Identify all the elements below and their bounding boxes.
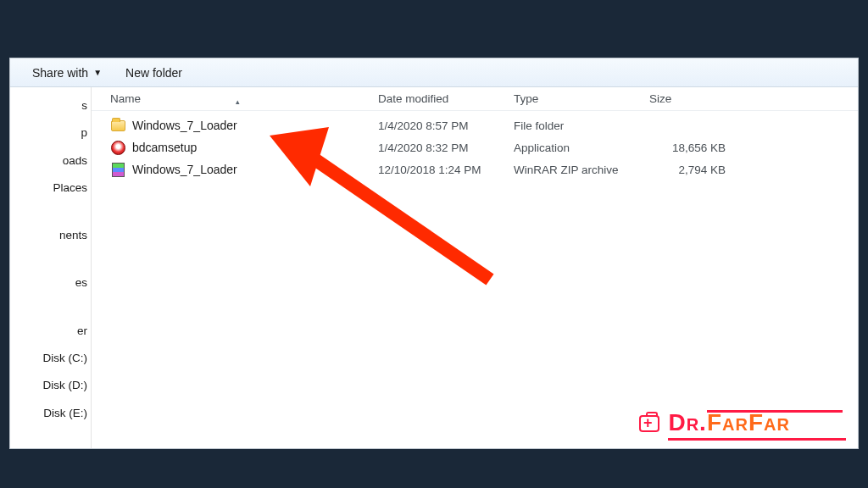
file-name: bdcamsetup: [132, 141, 197, 154]
navigation-pane[interactable]: s p oads Places nents es er Disk (C:) Di…: [10, 87, 92, 448]
file-type: File folder: [514, 119, 649, 132]
toolbar: Share with ▼ New folder: [10, 58, 858, 87]
column-name-label: Name: [110, 92, 141, 105]
file-name: Windows_7_Loader: [132, 119, 237, 132]
column-header-date[interactable]: Date modified: [378, 92, 514, 105]
nav-item[interactable]: nents: [10, 222, 91, 249]
body: s p oads Places nents es er Disk (C:) Di…: [10, 87, 858, 448]
folder-icon: [110, 118, 125, 133]
file-size: 2,794 KB: [649, 164, 751, 176]
explorer-window: Share with ▼ New folder s p oads Places …: [9, 58, 859, 449]
nav-item[interactable]: Disk (E:): [10, 400, 91, 427]
nav-item[interactable]: er: [10, 318, 91, 345]
file-name: Windows_7_Loader: [132, 163, 237, 176]
new-folder-label: New folder: [125, 66, 182, 80]
sort-indicator-icon: ▴: [236, 97, 240, 106]
file-date: 1/4/2020 8:32 PM: [378, 141, 514, 154]
share-with-button[interactable]: Share with ▼: [32, 66, 102, 80]
file-items: Windows_7_Loader 1/4/2020 8:57 PM File f…: [92, 111, 858, 180]
nav-item[interactable]: Disk (C:): [10, 345, 91, 372]
file-date: 1/4/2020 8:57 PM: [378, 119, 514, 132]
column-headers: Name ▴ Date modified Type Size: [92, 87, 858, 111]
archive-icon: [110, 162, 125, 177]
file-size: 18,656 KB: [649, 141, 751, 154]
column-header-type[interactable]: Type: [514, 92, 649, 105]
new-folder-button[interactable]: New folder: [125, 66, 182, 80]
list-item[interactable]: Windows_7_Loader 1/4/2020 8:57 PM File f…: [92, 114, 858, 136]
chevron-down-icon: ▼: [93, 68, 102, 77]
list-item[interactable]: Windows_7_Loader 12/10/2018 1:24 PM WinR…: [92, 158, 858, 180]
nav-item[interactable]: es: [10, 269, 91, 297]
application-icon: [110, 140, 125, 155]
file-type: Application: [514, 141, 649, 154]
file-list-pane: Name ▴ Date modified Type Size Windows_7…: [92, 87, 858, 448]
nav-item[interactable]: p: [10, 119, 91, 147]
file-date: 12/10/2018 1:24 PM: [378, 164, 514, 176]
share-with-label: Share with: [32, 66, 88, 80]
nav-item[interactable]: s: [10, 92, 91, 119]
nav-item[interactable]: Places: [10, 175, 91, 202]
file-type: WinRAR ZIP archive: [514, 164, 649, 176]
nav-item[interactable]: Disk (D:): [10, 372, 91, 399]
nav-item[interactable]: oads: [10, 147, 91, 175]
column-header-size[interactable]: Size: [649, 92, 751, 105]
column-header-name[interactable]: Name ▴: [92, 92, 378, 105]
list-item[interactable]: bdcamsetup 1/4/2020 8:32 PM Application …: [92, 136, 858, 158]
